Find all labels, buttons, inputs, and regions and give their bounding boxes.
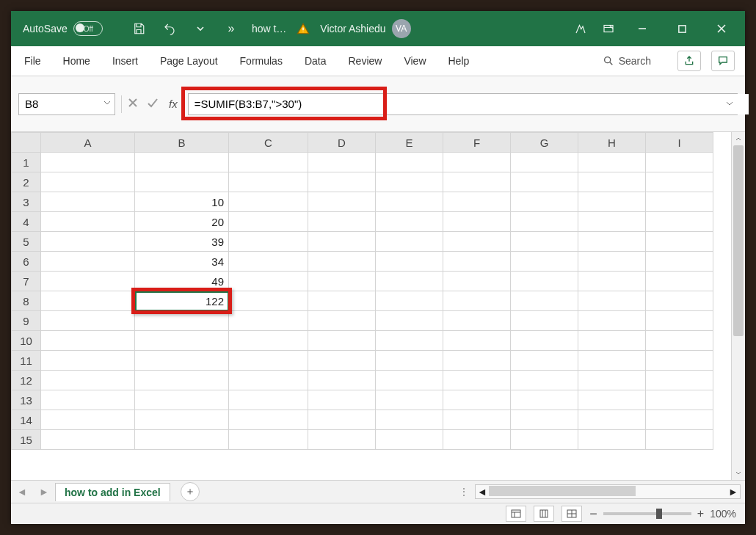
svg-rect-4 [540, 510, 548, 517]
save-icon[interactable] [128, 18, 149, 39]
col-header-A[interactable]: A [41, 133, 135, 153]
vscroll-thumb[interactable] [733, 145, 744, 336]
formula-expand-icon[interactable] [725, 98, 734, 110]
excel-window: AutoSave Off » how t… Victor Ashiedu VA [11, 11, 745, 524]
name-box-dropdown-icon[interactable] [103, 98, 112, 109]
title-bar: AutoSave Off » how t… Victor Ashiedu VA [11, 11, 745, 46]
cell-B8[interactable]: 122 [135, 291, 229, 311]
row-header-2[interactable]: 2 [12, 172, 41, 192]
zoom-control: − + 100% [589, 506, 736, 522]
col-header-I[interactable]: I [646, 133, 713, 153]
row-header-3[interactable]: 3 [12, 192, 41, 212]
row-header-7[interactable]: 7 [12, 272, 41, 291]
insert-function-button[interactable]: fx [169, 98, 178, 110]
col-header-C[interactable]: C [229, 133, 308, 153]
autosave-label: AutoSave [23, 23, 68, 34]
worksheet-area: A B C D E F G H I 1 2 310 420 539 634 74… [11, 132, 745, 480]
row-header-13[interactable]: 13 [12, 390, 41, 410]
formula-input[interactable] [189, 94, 749, 114]
autosave-toggle[interactable]: AutoSave Off [23, 21, 118, 36]
horizontal-scrollbar[interactable]: ◄ ► [475, 484, 741, 499]
tab-view[interactable]: View [401, 51, 429, 71]
name-box-input[interactable] [19, 98, 115, 110]
sheet-nav-prev-icon[interactable]: ◄ [14, 484, 30, 500]
sheet-nav-next-icon[interactable]: ► [36, 484, 52, 500]
col-header-G[interactable]: G [511, 133, 578, 153]
account-area[interactable]: Victor Ashiedu VA [320, 19, 410, 38]
row-header-1[interactable]: 1 [12, 153, 41, 172]
scroll-down-icon[interactable] [732, 467, 745, 480]
row-header-6[interactable]: 6 [12, 252, 41, 272]
hscroll-thumb[interactable] [489, 486, 636, 496]
row-header-8[interactable]: 8 [12, 291, 41, 311]
warning-icon[interactable] [297, 22, 310, 35]
col-header-D[interactable]: D [308, 133, 376, 153]
zoom-slider[interactable] [603, 512, 691, 515]
new-sheet-button[interactable]: ＋ [181, 482, 200, 501]
row-header-11[interactable]: 11 [12, 351, 41, 371]
undo-icon[interactable] [159, 18, 180, 39]
row-header-9[interactable]: 9 [12, 311, 41, 331]
tab-help[interactable]: Help [446, 51, 473, 71]
sheet-options-icon[interactable]: ⋮ [459, 486, 469, 498]
row-header-5[interactable]: 5 [12, 232, 41, 252]
zoom-level[interactable]: 100% [710, 508, 736, 520]
sheet-tab-active[interactable]: how to add in Excel [55, 483, 170, 501]
tab-insert[interactable]: Insert [109, 51, 141, 71]
row-header-10[interactable]: 10 [12, 331, 41, 351]
col-header-H[interactable]: H [578, 133, 646, 153]
search-button[interactable]: Search [603, 55, 651, 67]
minimize-button[interactable] [626, 17, 658, 40]
vertical-scrollbar[interactable] [731, 132, 745, 480]
view-page-break-icon[interactable] [561, 506, 582, 522]
grid[interactable]: A B C D E F G H I 1 2 310 420 539 634 74… [11, 132, 731, 480]
more-commands-icon[interactable]: » [221, 18, 241, 39]
row-header-4[interactable]: 4 [12, 212, 41, 232]
scroll-left-icon[interactable]: ◄ [476, 485, 489, 498]
share-button[interactable] [677, 51, 701, 71]
zoom-out-button[interactable]: − [589, 506, 597, 522]
cell-B4[interactable]: 20 [135, 212, 229, 232]
ribbon-display-icon[interactable] [598, 18, 619, 39]
formula-enter-icon[interactable] [147, 98, 159, 110]
col-header-E[interactable]: E [376, 133, 443, 153]
cell-B3[interactable]: 10 [135, 192, 229, 212]
col-header-B[interactable]: B [135, 133, 229, 153]
autosave-state: Off [84, 25, 93, 33]
svg-rect-3 [512, 510, 520, 517]
row-header-15[interactable]: 15 [12, 430, 41, 450]
avatar[interactable]: VA [392, 19, 411, 38]
col-header-F[interactable]: F [443, 133, 511, 153]
tab-page-layout[interactable]: Page Layout [157, 51, 221, 71]
maximize-button[interactable] [666, 17, 698, 40]
close-button[interactable] [705, 17, 738, 40]
tab-home[interactable]: Home [60, 51, 93, 71]
comments-button[interactable] [711, 51, 735, 71]
cell-B7[interactable]: 49 [135, 272, 229, 291]
formula-cancel-icon[interactable] [128, 98, 138, 110]
tab-data[interactable]: Data [302, 51, 330, 71]
cell-B6[interactable]: 34 [135, 252, 229, 272]
search-label: Search [619, 55, 651, 67]
name-box[interactable] [18, 93, 115, 115]
quickaccess-chevron-icon[interactable] [190, 18, 211, 39]
svg-rect-1 [678, 25, 685, 32]
ribbon: File Home Insert Page Layout Formulas Da… [11, 46, 745, 76]
cell-B8-value: 122 [206, 295, 224, 307]
coming-soon-icon[interactable] [570, 18, 591, 39]
tab-file[interactable]: File [21, 51, 44, 71]
row-header-12[interactable]: 12 [12, 371, 41, 390]
tab-formulas[interactable]: Formulas [237, 51, 286, 71]
view-page-layout-icon[interactable] [534, 506, 554, 522]
zoom-in-button[interactable]: + [697, 507, 704, 520]
scroll-up-icon[interactable] [732, 132, 745, 145]
cell-B5[interactable]: 39 [135, 232, 229, 252]
select-all-corner[interactable] [12, 133, 41, 153]
zoom-slider-thumb[interactable] [656, 509, 662, 519]
tab-review[interactable]: Review [346, 51, 385, 71]
row-header-14[interactable]: 14 [12, 410, 41, 430]
view-normal-icon[interactable] [506, 506, 526, 522]
scroll-right-icon[interactable]: ► [727, 485, 740, 498]
formula-input-box[interactable] [188, 93, 738, 115]
document-title[interactable]: how t… [252, 23, 286, 34]
